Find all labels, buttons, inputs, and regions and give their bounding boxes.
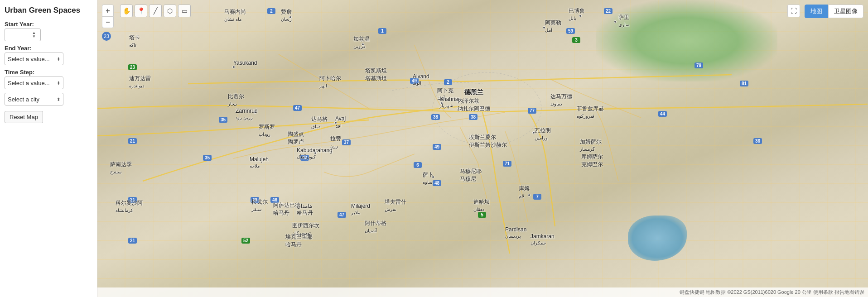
route-badge-81: 81 (740, 81, 748, 86)
route-badge-47b: 47 (300, 155, 309, 161)
polyline-tool-button[interactable]: ╱ (149, 5, 162, 17)
end-year-dropdown[interactable]: Select a value... ⬍ (5, 53, 63, 65)
city-dot-zarrinrud (254, 111, 256, 114)
start-year-input[interactable]: 2000 (7, 32, 30, 38)
city-arrow-icon: ⬍ (57, 97, 60, 102)
map-tabs: 地图 卫星图像 (805, 5, 863, 18)
city-dot-avaj (334, 121, 337, 124)
route-badge-71: 71 (503, 161, 511, 167)
time-step-label: Time Step: (5, 69, 92, 76)
route-badge-44: 44 (658, 111, 667, 117)
city-dot-amol (543, 26, 545, 29)
reset-map-button[interactable]: Reset Map (5, 111, 43, 123)
route-badge-77: 77 (528, 108, 536, 114)
zoom-controls: + − (102, 5, 114, 28)
route-badge-6: 6 (414, 162, 422, 168)
route-badge-36: 36 (753, 138, 762, 144)
city-dot-qazvin (362, 43, 364, 46)
time-step-arrow-icon: ⬍ (57, 81, 60, 86)
city-dropdown[interactable]: Select a city ⬍ (5, 93, 63, 105)
end-year-label: End Year: (5, 45, 92, 52)
route-badge-48: 48 (433, 180, 441, 186)
route-badge-47a: 47 (293, 105, 302, 111)
route-badge-46: 46 (270, 197, 279, 203)
time-step-value: Select a value... (8, 80, 50, 86)
route-badge-46b: 46 (251, 197, 259, 203)
city-dot-zanjan (289, 16, 292, 19)
route-badge-2: 2 (267, 8, 275, 14)
end-year-arrow-icon: ⬍ (57, 57, 60, 62)
city-dot-qom (528, 194, 530, 196)
city-dot-sari (614, 20, 617, 23)
spinner-down-button[interactable]: ▼ (31, 35, 37, 38)
time-step-section: Time Step: Select a value... ⬍ (5, 69, 92, 89)
route-badge-22a: 22 (604, 8, 612, 14)
marker-tool-button[interactable]: 📍 (135, 5, 147, 17)
city-dot-kabudarahang (314, 152, 317, 154)
route-badge-37: 37 (342, 139, 351, 145)
city-dot-varamin (532, 131, 535, 134)
route-badge-47c: 47 (338, 212, 346, 218)
rectangle-tool-button[interactable]: ▭ (178, 5, 191, 17)
route-badge-49: 49 (410, 78, 419, 84)
sidebar: Urban Green Spaces Start Year: 2000 ▲ ▼ … (0, 0, 97, 297)
end-year-section: End Year: Select a value... ⬍ (5, 45, 92, 65)
city-dot-yasukand (232, 66, 235, 68)
route-badge-79: 79 (694, 62, 703, 68)
tab-satellite[interactable]: 卫星图像 (828, 5, 863, 18)
city-value: Select a city (8, 96, 39, 103)
draw-toolbar: ✋ 📍 ╱ ⬡ ▭ (120, 5, 191, 17)
map-container[interactable]: 2 1 2 49 38 38 77 59 22 79 44 36 7 71 6 … (97, 0, 868, 297)
city-dot-islamshahr (487, 134, 490, 136)
route-badge-38b: 38 (469, 114, 477, 120)
zoom-out-button[interactable]: − (102, 16, 114, 28)
city-dot-tehran (480, 106, 483, 109)
time-step-dropdown[interactable]: Select a value... ⬍ (5, 77, 63, 89)
city-dot-saveh (432, 176, 434, 178)
app-title: Urban Green Spaces (5, 5, 92, 15)
city-dot-babol (579, 14, 582, 17)
city-dot-shahriar (440, 102, 443, 105)
route-badge-59: 59 (566, 28, 575, 34)
end-year-value: Select a value... (8, 56, 50, 62)
start-year-label: Start Year: (5, 21, 92, 28)
start-year-section: Start Year: 2000 ▲ ▼ (5, 21, 92, 41)
fullscreen-button[interactable]: ⛶ (787, 5, 800, 17)
map-attribution: 键盘快捷键 地图数据 ©2022 GS(2011)6020 Google 20 … (97, 287, 868, 297)
hand-tool-button[interactable]: ✋ (120, 5, 133, 17)
route-badge-49b: 49 (433, 144, 441, 150)
spinner-buttons: ▲ ▼ (31, 31, 37, 38)
route-badge-35b: 35 (219, 117, 227, 123)
attribution-text: 键盘快捷键 地图数据 ©2022 GS(2011)6020 Google 20 … (680, 289, 864, 296)
green-region (596, 0, 777, 81)
route-badge-3: 3 (572, 37, 580, 43)
route-badge-21c: 21 (128, 238, 137, 244)
route-badge-1: 1 (378, 28, 386, 34)
route-badge-38a: 38 (431, 114, 440, 120)
route-badge-21b: 21 (128, 197, 137, 203)
route-badge-2b: 2 (444, 79, 452, 85)
route-badge-52: 52 (241, 238, 250, 244)
route-badge-7a: 7 (533, 194, 541, 200)
route-badge-23: 23 (128, 64, 137, 70)
map-number-23: 23 (102, 32, 111, 41)
start-year-spinner[interactable]: 2000 ▲ ▼ (5, 29, 41, 41)
route-badge-5: 5 (478, 212, 486, 218)
shape-tool-button[interactable]: ⬡ (164, 5, 176, 17)
zoom-in-button[interactable]: + (102, 5, 114, 16)
tab-map[interactable]: 地图 (805, 5, 828, 18)
route-badge-35a: 35 (203, 155, 212, 161)
route-badge-21a: 21 (128, 138, 137, 144)
